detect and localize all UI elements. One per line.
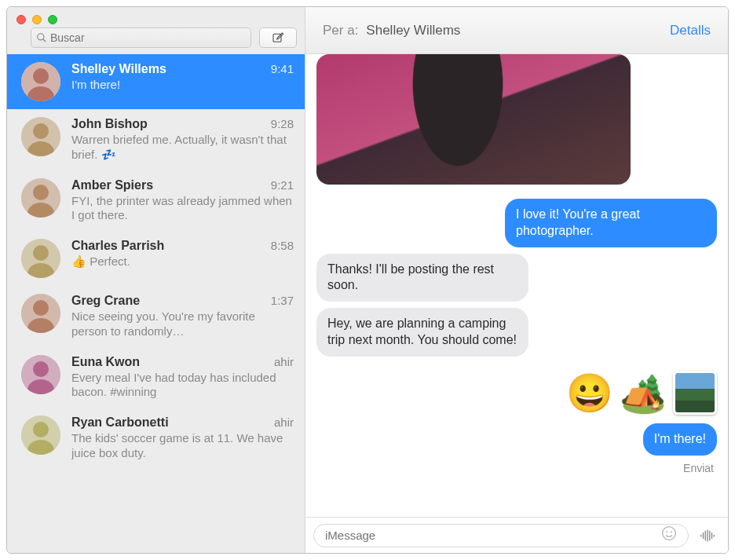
sidebar: Shelley Willems 9:41 I'm there! John Bis… (7, 7, 305, 553)
conversation-body: Shelley Willems 9:41 I'm there! (71, 62, 294, 101)
conversation-time: 9:21 (271, 178, 294, 192)
image-attachment[interactable] (316, 54, 631, 185)
avatar (21, 117, 60, 156)
conversation-row[interactable]: Greg Crane 1:37 Nice seeing you. You're … (7, 286, 305, 347)
conversation-preview: FYI, the printer was already jammed when… (71, 194, 294, 224)
delivery-status: Enviat (683, 462, 714, 474)
conversation-time: 1:37 (271, 294, 294, 307)
conversation-name: Amber Spiers (71, 178, 153, 192)
conversation-body: Euna Kwon ahir Every meal I've had today… (71, 355, 294, 401)
conversation-row[interactable]: Charles Parrish 8:58 👍 Perfect. (7, 231, 305, 286)
svg-point-16 (33, 300, 49, 316)
sent-message-bubble[interactable]: I'm there! (643, 423, 717, 456)
conversation-time: 9:28 (271, 117, 294, 130)
conversation-name: Charles Parrish (71, 239, 164, 253)
traffic-lights (16, 15, 57, 24)
conversation-name: John Bishop (71, 117, 148, 131)
conversation-preview: Every meal I've had today has included b… (71, 371, 294, 401)
waveform-icon (699, 527, 716, 544)
conversation-time: 8:58 (271, 239, 294, 252)
conversation-time: ahir (274, 355, 294, 368)
sent-message-bubble[interactable]: I love it! You're a great photographer. (505, 199, 717, 247)
conversation-name: Greg Crane (71, 294, 140, 308)
avatar (21, 355, 60, 394)
conversation-preview: Warren briefed me. Actually, it wasn't t… (71, 133, 294, 163)
conversation-body: John Bishop 9:28 Warren briefed me. Actu… (71, 117, 294, 163)
conversation-name: Ryan Carbonetti (71, 415, 169, 430)
compose-button[interactable] (259, 27, 297, 48)
zoom-window-button[interactable] (48, 15, 57, 24)
conversation-body: Ryan Carbonetti ahir The kids' soccer ga… (71, 415, 294, 461)
svg-point-19 (33, 361, 49, 377)
messages-window: Shelley Willems 9:41 I'm there! John Bis… (6, 6, 729, 554)
received-message-bubble[interactable]: Hey, we are planning a camping trip next… (316, 308, 528, 357)
svg-point-13 (33, 245, 49, 261)
minimize-window-button[interactable] (32, 15, 42, 24)
conversation-row[interactable]: Amber Spiers 9:21 FYI, the printer was a… (7, 170, 305, 232)
conversation-body: Amber Spiers 9:21 FYI, the printer was a… (71, 178, 294, 224)
conversation-preview: 👍 Perfect. (71, 254, 294, 269)
avatar (21, 415, 60, 455)
avatar (21, 178, 60, 218)
conversation-time: ahir (274, 415, 294, 429)
emoji: 🏕️ (620, 371, 667, 415)
emoji: 😀 (566, 371, 613, 415)
conversation-preview: I'm there! (71, 78, 294, 93)
message-input-bar (305, 517, 728, 553)
conversation-pane: Per a: Shelley Willems Detalls I love it… (305, 7, 728, 553)
to-label: Per a: (323, 23, 358, 38)
svg-point-25 (666, 531, 667, 533)
compose-icon (272, 31, 284, 44)
svg-point-26 (671, 531, 672, 533)
avatar (21, 239, 60, 278)
emoji-message[interactable]: 😀🏕️ (566, 371, 717, 415)
audio-record-button[interactable] (695, 524, 720, 547)
recipient-name[interactable]: Shelley Willems (366, 23, 460, 38)
smiley-icon (661, 525, 677, 541)
svg-line-1 (43, 39, 46, 42)
conversation-preview: Nice seeing you. You're my favorite pers… (71, 309, 294, 339)
search-input[interactable] (50, 31, 246, 44)
message-input-field[interactable] (313, 524, 689, 547)
search-field[interactable] (31, 27, 251, 48)
conversation-row[interactable]: John Bishop 9:28 Warren briefed me. Actu… (7, 109, 305, 170)
conversation-row[interactable]: Euna Kwon ahir Every meal I've had today… (7, 347, 305, 408)
conversation-body: Charles Parrish 8:58 👍 Perfect. (71, 239, 294, 278)
details-button[interactable]: Detalls (670, 23, 711, 38)
conversation-preview: The kids' soccer game is at 11. We have … (71, 431, 294, 461)
sidebar-toolbar (7, 7, 305, 54)
conversation-name: Euna Kwon (71, 355, 140, 369)
message-input[interactable] (325, 529, 661, 542)
conversation-name: Shelley Willems (71, 62, 166, 76)
conversation-row[interactable]: Shelley Willems 9:41 I'm there! (7, 54, 305, 109)
svg-point-22 (33, 422, 49, 437)
conversation-list: Shelley Willems 9:41 I'm there! John Bis… (7, 54, 305, 553)
svg-point-24 (663, 527, 676, 540)
search-icon (36, 32, 47, 43)
svg-point-4 (33, 68, 49, 84)
emoji-picker-button[interactable] (661, 525, 677, 545)
received-message-bubble[interactable]: Thanks! I'll be posting the rest soon. (316, 254, 528, 302)
avatar (21, 62, 60, 101)
avatar (21, 294, 60, 333)
conversation-body: Greg Crane 1:37 Nice seeing you. You're … (71, 294, 294, 339)
photo-thumbnail[interactable] (673, 371, 717, 415)
svg-point-0 (38, 34, 44, 40)
svg-point-10 (33, 185, 49, 200)
conversation-time: 9:41 (271, 62, 294, 75)
conversation-row[interactable]: Ryan Carbonetti ahir The kids' soccer ga… (7, 408, 305, 469)
message-thread: I love it! You're a great photographer.T… (305, 54, 728, 517)
svg-point-7 (33, 123, 49, 139)
close-window-button[interactable] (16, 15, 26, 24)
conversation-header: Per a: Shelley Willems Detalls (305, 7, 728, 54)
